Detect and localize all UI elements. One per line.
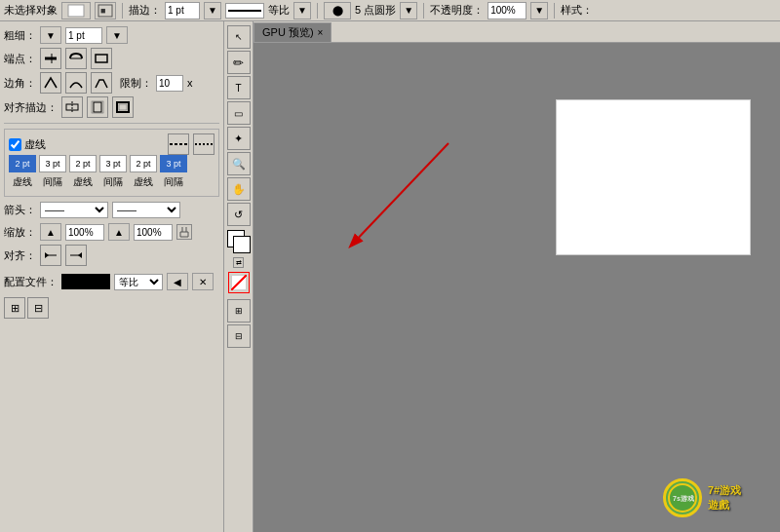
dash-labels-row: 虚线 间隔 虚线 间隔 虚线 间隔 [9, 175, 214, 189]
svg-marker-19 [78, 252, 82, 258]
weight-input[interactable] [65, 27, 102, 44]
dashed-checkbox-label[interactable]: 虚线 [9, 137, 46, 152]
dash-cell-2[interactable]: 2 pt [69, 155, 97, 172]
object-color-btn[interactable] [61, 2, 91, 19]
svg-marker-17 [45, 252, 49, 258]
arrow-start-select[interactable]: —— [40, 202, 108, 218]
align-center-btn[interactable] [61, 96, 83, 118]
align-inside-btn[interactable] [87, 96, 108, 118]
dash-cell-0[interactable]: 2 pt [9, 155, 36, 172]
dash-values-row: 2 pt 3 pt 2 pt 3 pt 2 pt 3 pt [9, 155, 214, 172]
stroke-dropdown[interactable]: ▼ [204, 2, 221, 19]
arrow-end-select[interactable]: —— [112, 202, 180, 218]
corner-miter-btn[interactable] [40, 72, 61, 94]
weight-row: 粗细： ▼ ▼ [4, 25, 219, 45]
layer-btn[interactable]: ⊟ [227, 324, 251, 348]
sep2 [317, 3, 318, 19]
red-arrow [302, 138, 497, 285]
cap-square-btn[interactable] [91, 48, 112, 69]
brush-shape-btn[interactable]: ⬤ [324, 2, 351, 19]
gpu-preview-tab[interactable]: GPU 预览) × [254, 22, 332, 42]
profile-prev-btn[interactable]: ◀ [167, 273, 188, 290]
color-swatch-group [227, 230, 251, 253]
svg-rect-9 [94, 102, 101, 112]
scale-up-1-btn[interactable]: ▲ [40, 223, 61, 241]
dashed-checkbox[interactable] [9, 138, 21, 151]
artboard-btn[interactable]: ⊞ [227, 299, 251, 323]
corner-bevel-btn[interactable] [91, 72, 112, 94]
opacity-dropdown[interactable]: ▼ [530, 2, 548, 19]
svg-rect-12 [119, 104, 127, 110]
cap-butt-btn[interactable] [40, 48, 61, 69]
sep3 [423, 3, 424, 19]
stroke-type-dropdown[interactable]: ▼ [293, 2, 311, 19]
shape-tool-btn[interactable]: ▭ [227, 101, 251, 125]
weight-down-btn[interactable]: ▼ [40, 26, 61, 44]
dashed-section: 虚线 [4, 129, 219, 197]
main-layout: 粗细： ▼ ▼ 端点： 边角： [0, 21, 780, 532]
none-color-btn[interactable] [228, 272, 250, 293]
watermark: 7s游戏 7#游戏 遊戲 [644, 474, 760, 522]
brush-tool-btn[interactable]: ✦ [227, 127, 251, 150]
swap-btn[interactable]: ⇄ [233, 257, 244, 268]
scale-link-btn[interactable] [176, 224, 192, 240]
scale-input-2[interactable] [134, 224, 173, 241]
svg-rect-6 [96, 55, 107, 62]
dash-sublabel-0: 虚线 [9, 175, 36, 189]
corner-label: 边角： [4, 76, 36, 91]
hand-tool-btn[interactable]: ✋ [227, 177, 251, 201]
scale-input-1[interactable] [65, 224, 104, 241]
svg-text:■: ■ [100, 6, 105, 16]
align-outside-btn[interactable] [112, 96, 134, 118]
svg-rect-0 [68, 5, 84, 17]
opacity-input[interactable] [488, 2, 526, 19]
tab-close-btn[interactable]: × [318, 27, 324, 38]
corner-round-btn[interactable] [65, 72, 87, 94]
corner-row: 边角： 限制： x [4, 72, 219, 94]
stroke-value-input[interactable] [165, 2, 200, 19]
dash-cell-4[interactable]: 2 pt [130, 155, 157, 172]
stroke-type-btn[interactable]: ■ [95, 2, 116, 19]
points-dropdown[interactable]: ▼ [400, 2, 417, 19]
weight-label: 粗细： [4, 28, 36, 43]
limit-unit: x [187, 77, 193, 89]
canvas-area [556, 99, 751, 255]
tool-btn-1[interactable]: ⊞ [4, 297, 25, 319]
dashed-header-row: 虚线 [9, 133, 214, 155]
cap-label: 端点： [4, 52, 36, 66]
align-arrows-label: 对齐： [4, 248, 36, 263]
align-arrow-start-btn[interactable] [40, 245, 61, 266]
stroke-swatch[interactable] [233, 236, 251, 253]
dash-cell-3[interactable]: 3 pt [99, 155, 127, 172]
zoom-tool-btn[interactable]: 🔍 [227, 152, 251, 175]
rotate-tool-btn[interactable]: ↺ [227, 203, 251, 226]
scale-row: 缩放： ▲ ▲ [4, 222, 219, 242]
cap-row: 端点： [4, 48, 219, 69]
left-panel: 粗细： ▼ ▼ 端点： 边角： [0, 21, 224, 532]
selection-tool-btn[interactable]: ↖ [227, 25, 251, 49]
dash-cell-5[interactable]: 3 pt [160, 155, 187, 172]
dash-pattern-2-btn[interactable] [193, 133, 214, 155]
stroke-label: 描边： [129, 3, 161, 18]
dash-cell-1[interactable]: 3 pt [39, 155, 66, 172]
align-row: 对齐描边： [4, 96, 219, 118]
dash-sublabel-2: 虚线 [69, 175, 97, 189]
object-label: 未选择对象 [4, 3, 58, 18]
weight-dropdown[interactable]: ▼ [106, 26, 128, 44]
tool-btn-2[interactable]: ⊟ [27, 297, 49, 319]
swap-btns: ⇄ [233, 257, 244, 268]
dash-pattern-1-btn[interactable] [168, 133, 189, 155]
dash-sublabel-3: 间隔 [99, 175, 127, 189]
scale-up-2-btn[interactable]: ▲ [108, 223, 130, 241]
profile-select[interactable]: 等比 [114, 274, 163, 290]
cap-round-btn[interactable] [65, 48, 87, 69]
limit-input[interactable] [156, 75, 183, 92]
align-arrow-end-btn[interactable] [65, 245, 87, 266]
svg-line-21 [351, 143, 448, 246]
profile-row: 配置文件： 等比 ◀ ✕ [4, 273, 219, 290]
arrow-label: 箭头： [4, 203, 36, 217]
pen-tool-btn[interactable]: ✏ [227, 51, 251, 74]
text-tool-btn[interactable]: T [227, 76, 251, 99]
sep1 [122, 3, 123, 19]
profile-next-btn[interactable]: ✕ [192, 273, 214, 290]
